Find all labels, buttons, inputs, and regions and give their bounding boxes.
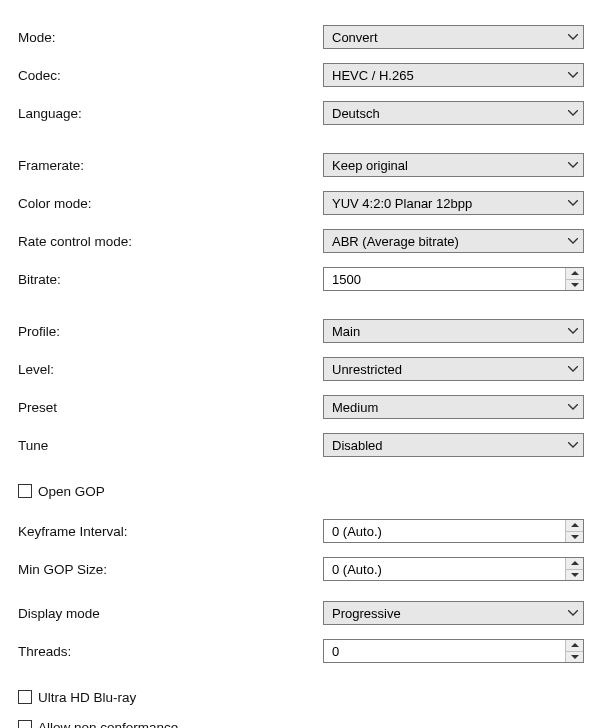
chevron-down-icon (563, 404, 583, 410)
row-bitrate: Bitrate: 1500 (18, 260, 584, 298)
chevron-down-icon (563, 72, 583, 78)
select-codec[interactable]: HEVC / H.265 (323, 63, 584, 87)
row-mode: Mode: Convert (18, 18, 584, 56)
label-tune: Tune (18, 438, 323, 453)
chevron-down-icon (563, 366, 583, 372)
row-level: Level: Unrestricted (18, 350, 584, 388)
label-language: Language: (18, 106, 323, 121)
chevron-down-icon (563, 200, 583, 206)
spin-up-button[interactable] (566, 268, 583, 280)
row-keyframe: Keyframe Interval: 0 (Auto.) (18, 512, 584, 550)
select-mode[interactable]: Convert (323, 25, 584, 49)
label-mode: Mode: (18, 30, 323, 45)
spin-keyframe[interactable]: 0 (Auto.) (323, 519, 584, 543)
select-language-value: Deutsch (324, 106, 563, 121)
label-preset: Preset (18, 400, 323, 415)
row-opengop: Open GOP (18, 476, 584, 506)
select-preset-value: Medium (324, 400, 563, 415)
row-codec: Codec: HEVC / H.265 (18, 56, 584, 94)
chevron-down-icon (563, 442, 583, 448)
label-framerate: Framerate: (18, 158, 323, 173)
label-profile: Profile: (18, 324, 323, 339)
label-nonconf: Allow non conformance (38, 720, 178, 729)
spin-mingop-value[interactable]: 0 (Auto.) (324, 558, 565, 580)
select-framerate[interactable]: Keep original (323, 153, 584, 177)
select-codec-value: HEVC / H.265 (324, 68, 563, 83)
label-threads: Threads: (18, 644, 323, 659)
row-language: Language: Deutsch (18, 94, 584, 132)
select-profile[interactable]: Main (323, 319, 584, 343)
spin-keyframe-buttons (565, 520, 583, 542)
checkbox-opengop[interactable] (18, 484, 32, 498)
select-profile-value: Main (324, 324, 563, 339)
settings-form: Mode: Convert Codec: HEVC / H.265 Langua… (0, 0, 604, 728)
row-uhdbluray: Ultra HD Blu-ray (18, 682, 584, 712)
row-ratecontrol: Rate control mode: ABR (Average bitrate) (18, 222, 584, 260)
spin-threads-buttons (565, 640, 583, 662)
chevron-down-icon (563, 328, 583, 334)
label-keyframe: Keyframe Interval: (18, 524, 323, 539)
row-threads: Threads: 0 (18, 632, 584, 670)
spin-mingop[interactable]: 0 (Auto.) (323, 557, 584, 581)
spin-down-button[interactable] (566, 570, 583, 581)
select-level[interactable]: Unrestricted (323, 357, 584, 381)
spin-bitrate-buttons (565, 268, 583, 290)
select-tune-value: Disabled (324, 438, 563, 453)
label-displaymode: Display mode (18, 606, 323, 621)
chevron-down-icon (563, 162, 583, 168)
row-nonconf: Allow non conformance (18, 712, 584, 728)
spin-up-button[interactable] (566, 558, 583, 570)
checkbox-nonconf[interactable] (18, 720, 32, 728)
select-language[interactable]: Deutsch (323, 101, 584, 125)
checkbox-uhdbluray[interactable] (18, 690, 32, 704)
select-displaymode[interactable]: Progressive (323, 601, 584, 625)
spin-down-button[interactable] (566, 532, 583, 543)
spin-threads-value[interactable]: 0 (324, 640, 565, 662)
row-framerate: Framerate: Keep original (18, 146, 584, 184)
select-colormode-value: YUV 4:2:0 Planar 12bpp (324, 196, 563, 211)
spin-down-button[interactable] (566, 652, 583, 663)
select-displaymode-value: Progressive (324, 606, 563, 621)
select-ratecontrol[interactable]: ABR (Average bitrate) (323, 229, 584, 253)
label-opengop: Open GOP (38, 484, 105, 499)
row-displaymode: Display mode Progressive (18, 594, 584, 632)
select-preset[interactable]: Medium (323, 395, 584, 419)
spin-up-button[interactable] (566, 520, 583, 532)
spin-mingop-buttons (565, 558, 583, 580)
spin-bitrate-value[interactable]: 1500 (324, 268, 565, 290)
select-mode-value: Convert (324, 30, 563, 45)
spin-threads[interactable]: 0 (323, 639, 584, 663)
label-mingop: Min GOP Size: (18, 562, 323, 577)
label-level: Level: (18, 362, 323, 377)
select-ratecontrol-value: ABR (Average bitrate) (324, 234, 563, 249)
chevron-down-icon (563, 610, 583, 616)
spin-down-button[interactable] (566, 280, 583, 291)
row-colormode: Color mode: YUV 4:2:0 Planar 12bpp (18, 184, 584, 222)
spin-keyframe-value[interactable]: 0 (Auto.) (324, 520, 565, 542)
select-framerate-value: Keep original (324, 158, 563, 173)
label-colormode: Color mode: (18, 196, 323, 211)
label-ratecontrol: Rate control mode: (18, 234, 323, 249)
chevron-down-icon (563, 110, 583, 116)
label-uhdbluray: Ultra HD Blu-ray (38, 690, 136, 705)
spin-bitrate[interactable]: 1500 (323, 267, 584, 291)
row-preset: Preset Medium (18, 388, 584, 426)
label-bitrate: Bitrate: (18, 272, 323, 287)
chevron-down-icon (563, 34, 583, 40)
chevron-down-icon (563, 238, 583, 244)
select-level-value: Unrestricted (324, 362, 563, 377)
label-codec: Codec: (18, 68, 323, 83)
row-mingop: Min GOP Size: 0 (Auto.) (18, 550, 584, 588)
select-colormode[interactable]: YUV 4:2:0 Planar 12bpp (323, 191, 584, 215)
select-tune[interactable]: Disabled (323, 433, 584, 457)
row-tune: Tune Disabled (18, 426, 584, 464)
spin-up-button[interactable] (566, 640, 583, 652)
row-profile: Profile: Main (18, 312, 584, 350)
